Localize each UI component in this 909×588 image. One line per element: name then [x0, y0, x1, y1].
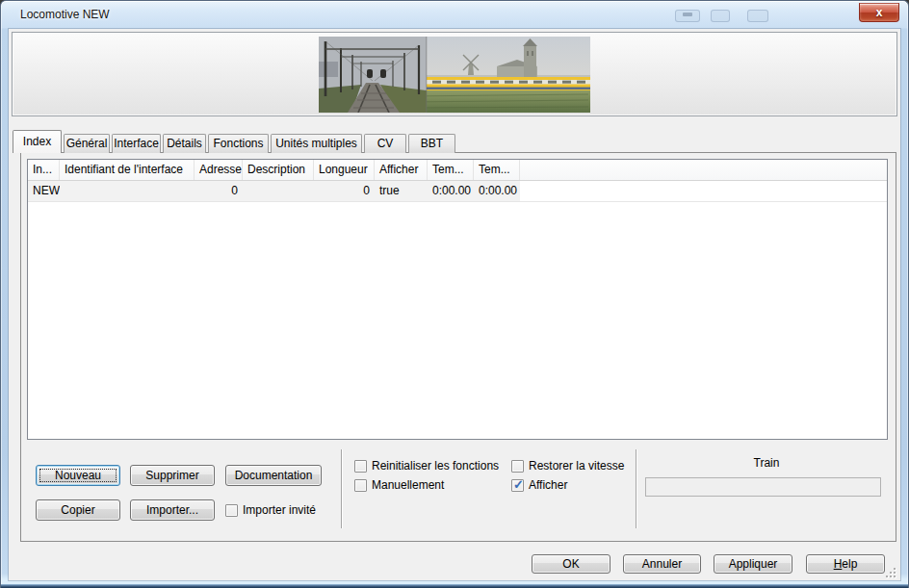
tab-unites-multiples[interactable]: Unités multiples: [271, 134, 362, 153]
column-header-longueur[interactable]: Longueur: [314, 160, 375, 180]
dialog-window: Locomotive NEW x: [0, 0, 909, 588]
ghost-restore-button: [711, 10, 730, 22]
tab-details[interactable]: Détails: [163, 134, 206, 153]
reinitialiser-checkbox[interactable]: Reinitialiser les fonctions: [354, 459, 499, 473]
ghost-maximize-button: [747, 10, 768, 22]
check-icon: ✓: [512, 477, 525, 492]
restorer-checkbox[interactable]: Restorer la vitesse: [511, 459, 624, 473]
minimize-icon: [683, 13, 692, 16]
reinitialiser-label: Reinitialiser les fonctions: [372, 459, 499, 473]
column-header-adresse[interactable]: Adresse: [195, 160, 243, 180]
column-header-tem2[interactable]: Tem...: [474, 160, 520, 180]
window-title: Locomotive NEW: [20, 8, 110, 21]
checkbox-icon: [354, 479, 367, 492]
close-icon: x: [860, 4, 898, 22]
importer-button[interactable]: Importer...: [130, 499, 215, 521]
cell-tem1: 0:00.00: [428, 181, 474, 201]
copier-button[interactable]: Copier: [36, 499, 120, 521]
cell-identifiant: [60, 181, 195, 201]
separator-1: [341, 449, 342, 528]
afficher-label: Afficher: [529, 478, 567, 492]
cell-afficher: true: [375, 181, 428, 201]
column-header-in[interactable]: In...: [28, 160, 60, 180]
checkbox-icon: [354, 460, 367, 473]
importer-invite-label: Importer invité: [243, 503, 316, 517]
tab-index[interactable]: Index: [13, 130, 62, 153]
restorer-label: Restorer la vitesse: [529, 459, 624, 473]
checkbox-icon: [225, 504, 238, 517]
tab-strip: Index Général Interface Détails Fonction…: [13, 130, 457, 153]
documentation-button[interactable]: Documentation: [225, 465, 322, 486]
column-header-description[interactable]: Description: [243, 160, 314, 180]
ok-button[interactable]: OK: [532, 554, 610, 574]
cell-id: NEW: [28, 181, 60, 201]
importer-invite-checkbox[interactable]: Importer invité: [225, 503, 316, 517]
tab-fonctions[interactable]: Fonctions: [208, 134, 269, 153]
window-bottom-edge: [1, 584, 908, 588]
tab-general[interactable]: Général: [64, 134, 110, 153]
cell-filler: [520, 181, 887, 201]
tab-cv[interactable]: CV: [364, 134, 406, 153]
annuler-button[interactable]: Annuler: [623, 554, 701, 574]
cell-tem2: 0:00.00: [474, 181, 520, 201]
column-header-identifiant[interactable]: Identifiant de l'interface: [60, 160, 195, 180]
dialog-content: Index Général Interface Détails Fonction…: [9, 29, 900, 580]
banner-panel: [12, 32, 897, 116]
cell-description: [243, 181, 314, 201]
column-header-tem1[interactable]: Tem...: [428, 160, 474, 180]
checkbox-checked-icon: ✓: [511, 479, 524, 492]
locomotive-list: In... Identifiant de l'interface Adresse…: [27, 159, 888, 440]
tab-bbt[interactable]: BBT: [408, 134, 455, 153]
afficher-checkbox[interactable]: ✓ Afficher: [511, 478, 567, 492]
title-bar: Locomotive NEW x: [1, 1, 908, 29]
tab-interface[interactable]: Interface: [112, 134, 161, 153]
manuellement-label: Manuellement: [372, 478, 444, 492]
cell-longueur: 0: [314, 181, 375, 201]
resize-grip-icon[interactable]: [885, 567, 896, 577]
column-header-filler: [520, 160, 887, 180]
cell-adresse: 0: [195, 181, 243, 201]
manuellement-checkbox[interactable]: Manuellement: [354, 478, 444, 492]
close-button[interactable]: x: [859, 3, 899, 22]
table-row[interactable]: NEW 0 0 true 0:00.00 0:00.00: [28, 181, 887, 202]
help-button[interactable]: Help: [806, 554, 885, 574]
supprimer-button[interactable]: Supprimer: [130, 465, 215, 486]
help-label-rest: elp: [842, 557, 857, 571]
checkbox-icon: [511, 460, 524, 473]
column-header-afficher[interactable]: Afficher: [375, 160, 428, 180]
tab-page-index: In... Identifiant de l'interface Adresse…: [20, 152, 896, 542]
list-header: In... Identifiant de l'interface Adresse…: [28, 160, 887, 181]
appliquer-button[interactable]: Appliquer: [714, 554, 792, 574]
nouveau-button[interactable]: Nouveau: [36, 465, 120, 486]
banner-photo: [319, 37, 590, 113]
train-input[interactable]: [645, 477, 881, 497]
train-label: Train: [636, 456, 897, 470]
